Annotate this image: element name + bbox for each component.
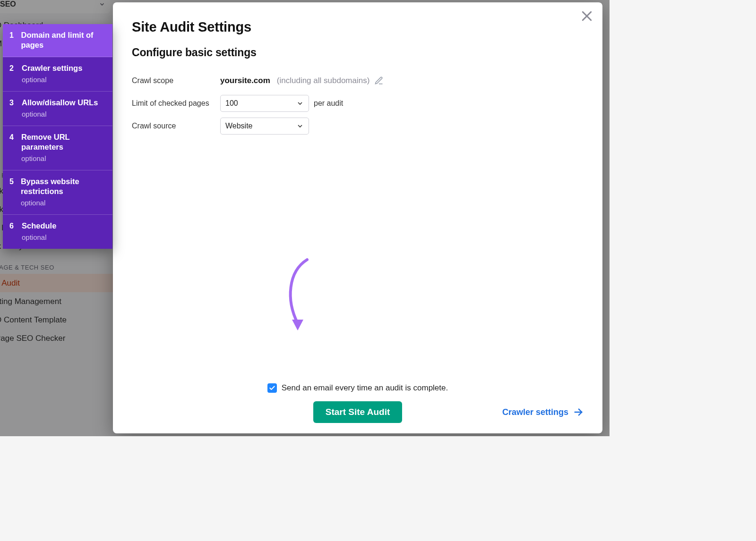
modal-title: Site Audit Settings <box>132 19 584 35</box>
crawler-settings-label: Crawler settings <box>502 407 568 417</box>
crawl-source-value: Website <box>225 122 253 130</box>
limit-pages-label: Limit of checked pages <box>132 99 220 108</box>
limit-pages-row: Limit of checked pages 100 per audit <box>132 92 584 115</box>
start-site-audit-button[interactable]: Start Site Audit <box>313 401 403 423</box>
step-bypass-restrictions[interactable]: 5 Bypass website restrictions optional <box>3 170 112 215</box>
crawl-source-label: Crawl source <box>132 122 220 130</box>
step-schedule[interactable]: 6 Schedule optional <box>3 215 112 249</box>
site-audit-settings-modal: Site Audit Settings Configure basic sett… <box>113 2 602 433</box>
step-remove-url-parameters[interactable]: 4 Remove URL parameters optional <box>3 126 112 170</box>
email-checkbox[interactable] <box>267 383 277 393</box>
wizard-steps: 1 Domain and limit of pages 2 Crawler se… <box>3 24 112 249</box>
check-icon <box>269 385 275 391</box>
limit-pages-select[interactable]: 100 <box>220 95 309 112</box>
per-audit-label: per audit <box>314 99 343 108</box>
crawl-source-row: Crawl source Website <box>132 115 584 137</box>
limit-pages-value: 100 <box>225 99 238 108</box>
chevron-down-icon <box>296 122 304 130</box>
step-crawler-settings[interactable]: 2 Crawler settings optional <box>3 57 112 92</box>
step-domain-and-limit[interactable]: 1 Domain and limit of pages <box>3 24 112 57</box>
arrow-right-icon <box>573 407 584 417</box>
email-checkbox-label: Send an email every time an audit is com… <box>282 383 448 393</box>
crawl-scope-row: Crawl scope yoursite.com (including all … <box>132 69 584 92</box>
edit-crawl-scope-button[interactable] <box>374 76 384 85</box>
pencil-icon <box>374 76 384 85</box>
crawl-scope-note: (including all subdomains) <box>277 76 370 85</box>
chevron-down-icon <box>296 100 304 107</box>
crawl-scope-domain: yoursite.com <box>220 76 270 85</box>
crawl-scope-label: Crawl scope <box>132 76 220 85</box>
crawler-settings-link[interactable]: Crawler settings <box>502 407 584 417</box>
step-allow-disallow-urls[interactable]: 3 Allow/disallow URLs optional <box>3 92 112 126</box>
modal-subtitle: Configure basic settings <box>132 46 584 59</box>
crawl-source-select[interactable]: Website <box>220 118 309 135</box>
